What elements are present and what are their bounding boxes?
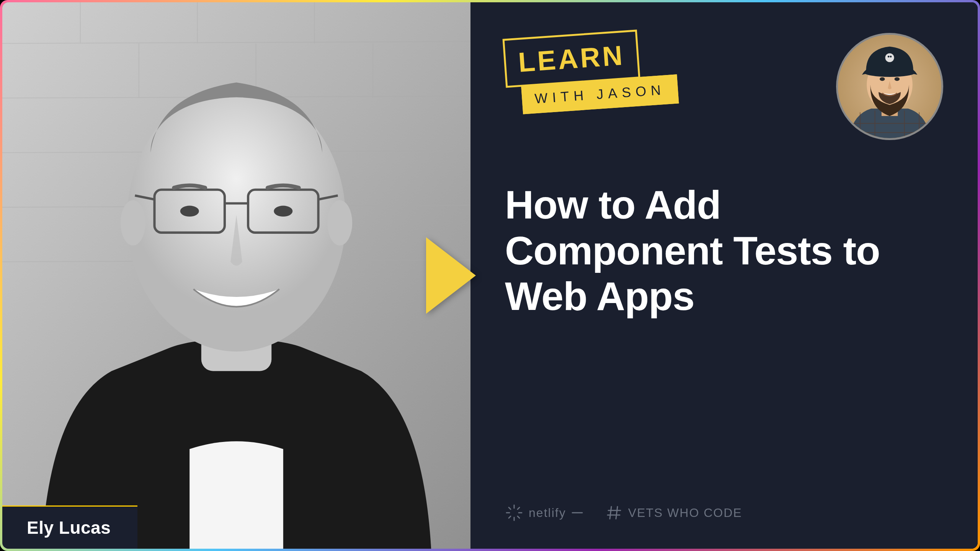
logo-learn-text: LEARN — [517, 39, 626, 78]
sponsors-row: netlify VETS WHO COD — [505, 504, 742, 522]
netlify-icon — [505, 504, 523, 522]
guest-name-bar: Ely Lucas — [2, 505, 137, 549]
guest-photo-panel: Ely Lucas — [2, 2, 470, 549]
top-row: LEARN WITH JASON — [505, 33, 943, 140]
svg-point-36 — [880, 77, 885, 81]
svg-line-47 — [610, 507, 611, 519]
svg-point-22 — [327, 200, 352, 245]
netlify-dash-icon — [572, 511, 583, 514]
guest-name: Ely Lucas — [27, 517, 111, 538]
card-wrapper: Ely Lucas LEARN WITH JASON — [0, 0, 980, 551]
episode-title: How to Add Component Tests to Web Apps — [505, 182, 943, 320]
svg-point-32 — [864, 68, 915, 77]
svg-line-44 — [509, 516, 511, 518]
svg-point-33 — [885, 53, 894, 62]
sponsor-netlify: netlify — [505, 504, 583, 522]
hash-flag-icon — [606, 504, 623, 521]
info-panel: LEARN WITH JASON — [470, 2, 978, 549]
sponsor-netlify-name: netlify — [529, 506, 566, 520]
svg-point-21 — [121, 200, 145, 245]
video-card: Ely Lucas LEARN WITH JASON — [2, 2, 978, 549]
svg-point-20 — [274, 206, 292, 217]
sponsor-vets-name: VETS WHO CODE — [628, 506, 742, 520]
svg-line-48 — [616, 507, 617, 519]
svg-point-19 — [180, 206, 199, 217]
sponsor-vets-who-code: VETS WHO CODE — [606, 504, 742, 521]
host-avatar — [836, 33, 943, 140]
svg-line-42 — [509, 507, 511, 509]
play-button[interactable] — [426, 237, 476, 314]
svg-point-35 — [890, 55, 892, 57]
svg-point-37 — [895, 77, 900, 81]
svg-line-43 — [518, 516, 519, 518]
guest-photo — [2, 2, 470, 549]
logo-jason-text: WITH JASON — [534, 82, 666, 107]
svg-line-45 — [518, 507, 519, 509]
svg-point-34 — [888, 55, 890, 57]
show-logo: LEARN WITH JASON — [503, 27, 679, 116]
